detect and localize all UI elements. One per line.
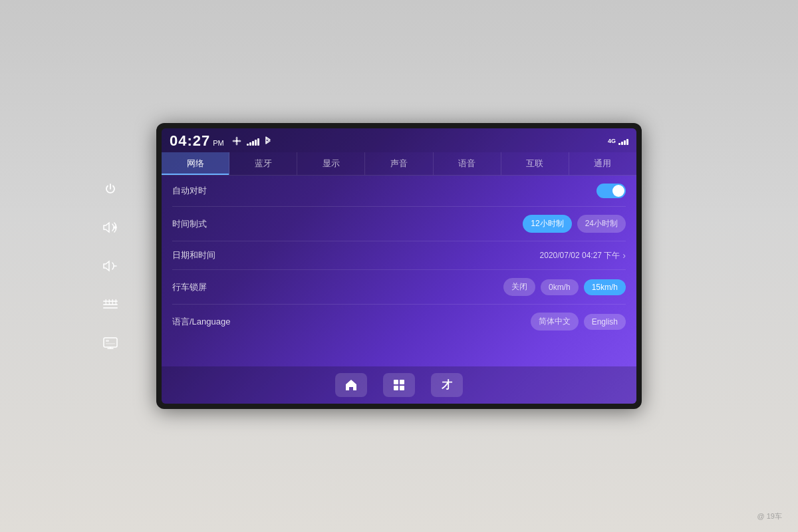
time-format-row: 时间制式 12小时制 24小时制	[172, 207, 626, 241]
svg-rect-14	[400, 386, 404, 390]
power-button[interactable]	[98, 177, 122, 201]
screen: 04:27 PM	[162, 128, 636, 404]
watermark: @ 19车	[757, 511, 782, 521]
settings-content: 自动对时 时间制式 12小时制 24小时制	[162, 176, 636, 366]
drive-lock-row: 行车锁屏 关闭 0km/h 15km/h	[172, 270, 626, 305]
defrost-button[interactable]	[98, 293, 122, 317]
auto-sync-row: 自动对时	[172, 176, 626, 207]
status-bar: 04:27 PM	[162, 128, 636, 152]
tab-voice[interactable]: 语音	[434, 152, 501, 175]
svg-rect-5	[106, 343, 115, 344]
chinese-language-button[interactable]: 简体中文	[531, 313, 579, 331]
apps-button[interactable]	[383, 373, 415, 397]
svg-point-9	[232, 140, 235, 142]
time-format-label: 时间制式	[172, 218, 207, 230]
tab-bluetooth[interactable]: 蓝牙	[229, 152, 297, 175]
english-language-button[interactable]: English	[584, 314, 626, 330]
svg-rect-13	[394, 386, 398, 390]
drive-lock-off-button[interactable]: 关闭	[503, 278, 535, 296]
date-time-value: 2020/07/02 04:27 下午 ›	[540, 250, 626, 261]
bottom-nav: 才	[162, 366, 636, 404]
nav-tabs: 网络 蓝牙 显示 声音 语音 互联 通用	[162, 152, 636, 176]
auto-sync-label: 自动对时	[172, 185, 207, 197]
tab-sound[interactable]: 声音	[365, 152, 433, 175]
screen-toggle-button[interactable]	[98, 331, 122, 355]
auto-sync-control	[597, 184, 626, 198]
date-time-label: 日期和时间	[172, 249, 215, 261]
drive-lock-0kmh-button[interactable]: 0km/h	[541, 279, 579, 295]
tab-display[interactable]: 显示	[297, 152, 365, 175]
svg-point-8	[235, 142, 237, 146]
svg-point-7	[235, 137, 237, 140]
clock-ampm: PM	[213, 139, 224, 147]
tab-connect[interactable]: 互联	[501, 152, 569, 175]
date-time-arrow-icon: ›	[622, 250, 626, 261]
screen-bezel: 04:27 PM	[156, 123, 642, 409]
svg-point-10	[237, 140, 241, 142]
custom-button[interactable]: 才	[431, 373, 463, 397]
tab-network[interactable]: 网络	[162, 152, 229, 175]
24h-format-button[interactable]: 24小时制	[577, 215, 626, 233]
volume-down-button[interactable]	[98, 254, 122, 278]
svg-point-6	[235, 140, 238, 142]
svg-rect-11	[394, 380, 398, 384]
drive-lock-15kmh-button[interactable]: 15km/h	[584, 279, 626, 295]
date-time-text: 2020/07/02 04:27 下午	[540, 250, 620, 261]
time-display: 04:27 PM	[170, 132, 271, 150]
4g-indicator: 4G	[608, 138, 616, 144]
left-controls	[98, 177, 122, 355]
drive-lock-label: 行车锁屏	[172, 281, 207, 293]
svg-rect-2	[103, 307, 118, 309]
fan-icon	[232, 136, 241, 146]
date-time-row[interactable]: 日期和时间 2020/07/02 04:27 下午 ›	[172, 241, 626, 270]
language-row: 语言/Language 简体中文 English	[172, 305, 626, 338]
network-signal-icon	[618, 137, 628, 145]
home-button[interactable]	[335, 373, 367, 397]
svg-rect-4	[106, 340, 109, 342]
language-control: 简体中文 English	[531, 313, 626, 331]
custom-icon: 才	[442, 378, 452, 392]
svg-rect-3	[104, 338, 117, 347]
language-label: 语言/Language	[172, 316, 230, 328]
12h-format-button[interactable]: 12小时制	[523, 215, 571, 233]
auto-sync-toggle[interactable]	[597, 184, 626, 198]
car-dashboard: 04:27 PM	[0, 0, 798, 532]
network-status: 4G	[608, 137, 628, 145]
volume-up-button[interactable]	[98, 215, 122, 239]
clock-time: 04:27	[170, 132, 210, 150]
tab-general[interactable]: 通用	[569, 152, 636, 175]
signal-strength-icon	[247, 138, 259, 146]
svg-rect-12	[400, 380, 404, 384]
time-format-control: 12小时制 24小时制	[523, 215, 626, 233]
bluetooth-icon	[265, 136, 271, 146]
drive-lock-control: 关闭 0km/h 15km/h	[503, 278, 626, 296]
